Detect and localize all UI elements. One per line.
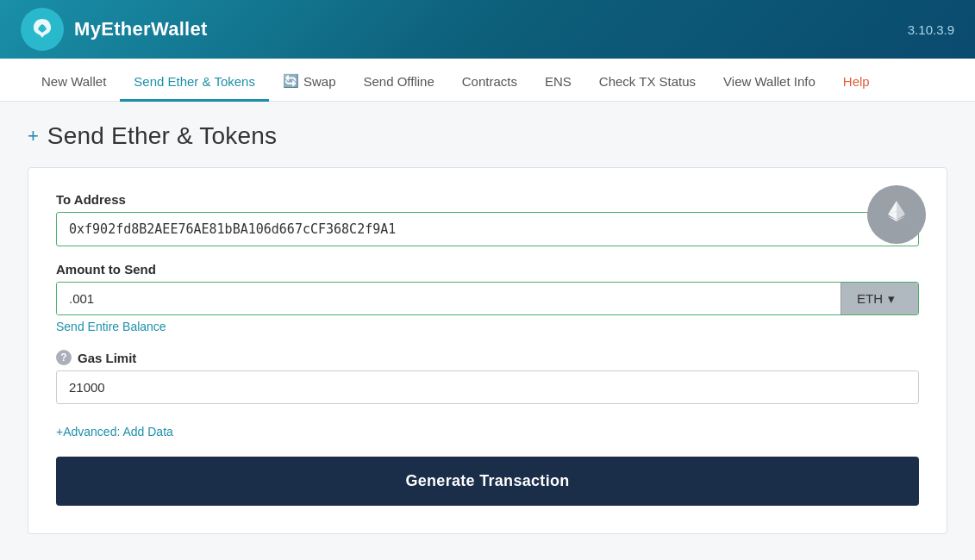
brand-name: MyEtherWallet xyxy=(74,18,208,40)
gas-limit-input[interactable] xyxy=(56,370,919,404)
to-address-label: To Address xyxy=(56,192,919,207)
gas-label-row: ? Gas Limit xyxy=(56,350,919,365)
amount-input[interactable] xyxy=(57,283,841,314)
nav-item-view-wallet-info[interactable]: View Wallet Info xyxy=(709,74,829,102)
amount-label: Amount to Send xyxy=(56,262,919,277)
eth-icon-container xyxy=(867,185,926,244)
app-header: MyEtherWallet 3.10.3.9 xyxy=(0,0,975,59)
nav-item-check-tx-status[interactable]: Check TX Status xyxy=(585,74,709,102)
nav-item-contracts[interactable]: Contracts xyxy=(448,74,531,102)
main-content: + Send Ether & Tokens To Address Amount … xyxy=(0,102,975,555)
eth-logo-icon xyxy=(878,196,915,233)
nav-item-send-offline[interactable]: Send Offline xyxy=(349,74,447,102)
nav-item-swap[interactable]: 🔄 Swap xyxy=(269,73,350,102)
amount-group: Amount to Send ETH ▾ Send Entire Balance xyxy=(56,262,919,334)
nav-item-help[interactable]: Help xyxy=(829,74,884,102)
nav-item-new-wallet[interactable]: New Wallet xyxy=(28,74,120,102)
gas-limit-group: ? Gas Limit xyxy=(56,350,919,404)
amount-row: ETH ▾ xyxy=(56,282,919,315)
page-title: Send Ether & Tokens xyxy=(47,122,277,150)
nav-item-send-ether-tokens[interactable]: Send Ether & Tokens xyxy=(120,74,269,102)
to-address-input[interactable] xyxy=(56,212,919,246)
to-address-group: To Address xyxy=(56,192,919,246)
brand-section: MyEtherWallet xyxy=(21,8,208,51)
gas-limit-label: Gas Limit xyxy=(78,351,136,365)
app-version: 3.10.3.9 xyxy=(908,22,954,37)
advanced-add-data-link[interactable]: +Advanced: Add Data xyxy=(56,425,173,439)
plus-icon: + xyxy=(28,127,39,146)
gas-limit-help-icon[interactable]: ? xyxy=(56,350,72,365)
send-entire-balance-link[interactable]: Send Entire Balance xyxy=(56,320,166,333)
send-form-card: To Address Amount to Send ETH ▾ Send Ent… xyxy=(28,167,947,534)
main-nav: New Wallet Send Ether & Tokens 🔄 Swap Se… xyxy=(0,59,975,102)
swap-icon: 🔄 xyxy=(283,73,299,89)
token-dropdown[interactable]: ETH ▾ xyxy=(841,283,918,314)
generate-transaction-button[interactable]: Generate Transaction xyxy=(56,457,919,506)
nav-item-ens[interactable]: ENS xyxy=(531,74,585,102)
token-label: ETH xyxy=(857,291,883,306)
dropdown-arrow: ▾ xyxy=(888,291,895,307)
logo xyxy=(21,8,64,51)
page-title-row: + Send Ether & Tokens xyxy=(28,122,947,150)
